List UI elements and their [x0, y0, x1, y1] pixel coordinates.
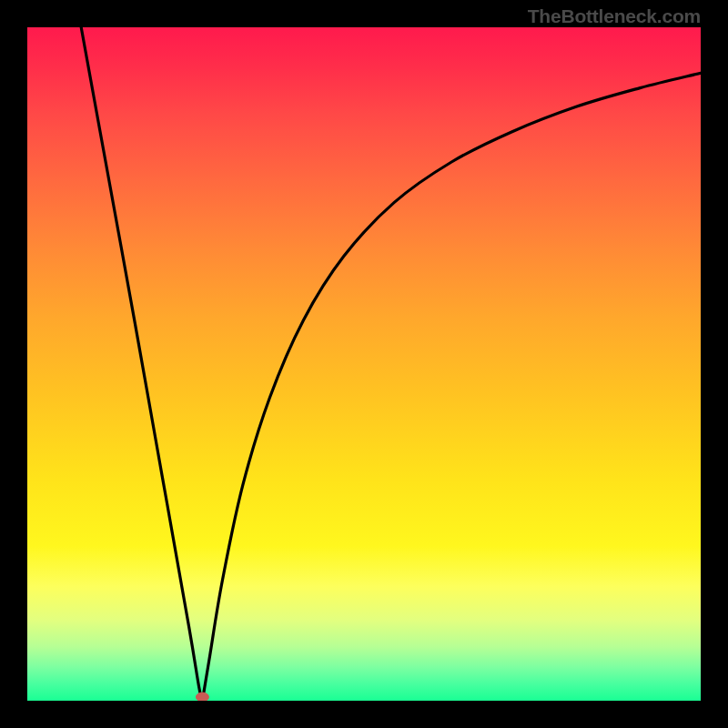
curve-svg [27, 27, 701, 701]
chart-frame: TheBottleneck.com [0, 0, 728, 728]
plot-area [27, 27, 701, 701]
right-branch-path [202, 73, 701, 701]
source-credit: TheBottleneck.com [528, 5, 701, 27]
minimum-dot [196, 693, 208, 701]
left-branch-path [81, 27, 202, 701]
